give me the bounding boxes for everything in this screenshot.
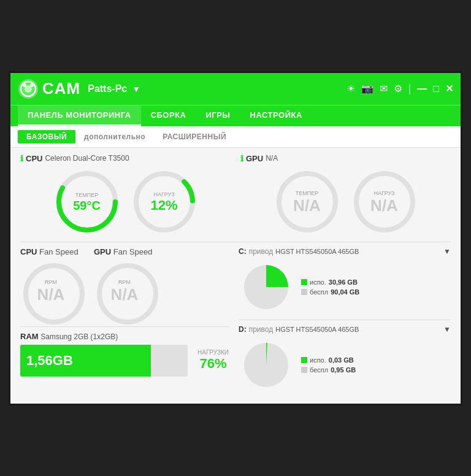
nav-monitoring[interactable]: ПАНЕЛЬ МОНИТОРИНГА	[18, 106, 141, 126]
ram-bar-container: 1,56GB НАГРУЗКИ 76%	[20, 345, 229, 377]
nav-assembly[interactable]: СБОРКА	[141, 106, 196, 126]
sub-nav-extended[interactable]: РАСШИРЕННЫЙ	[154, 130, 235, 144]
gpu-load-label: НАГРУЗ	[370, 190, 398, 196]
gpu-section: ℹ GPU N/A ТЕМПЕР N/A	[240, 154, 451, 236]
disk-d-header: D: привод HGST HTS545050A 465GB ▼	[239, 325, 451, 334]
nav-settings[interactable]: НАСТРОЙКА	[240, 106, 312, 126]
disk-c-used-dot	[301, 279, 307, 285]
gpu-temp-number: N/A	[293, 196, 321, 214]
cpu-fan-gauge: RPM N/A	[20, 260, 82, 321]
ram-load: НАГРУЗКИ 76%	[197, 349, 229, 372]
maximize-button[interactable]: □	[433, 83, 439, 94]
cpu-load-label: НАГРУЗ	[150, 191, 177, 197]
gpu-temp-value: ТЕМПЕР N/A	[293, 190, 321, 213]
cpu-temp-gauge: ТЕМПЕР 59°C	[53, 168, 121, 236]
disk-c-legend: испо. 30,96 GB беспл 90,04 GB	[301, 278, 359, 296]
cpu-label: CPU	[26, 154, 42, 163]
cpu-section: ℹ CPU Celeron Dual-Core T3500 ТЕ	[20, 154, 231, 236]
disk-d-chevron[interactable]: ▼	[443, 325, 451, 334]
fan-ram-section: CPU Fan Speed RPM N/A	[20, 247, 229, 397]
gpu-temp-wrapper: ТЕМПЕР N/A	[274, 168, 341, 236]
disk-d-content: испо. 0,03 GB беспл 0,95 GB	[239, 337, 451, 393]
gpu-load-value: НАГРУЗ N/A	[370, 190, 398, 213]
gpu-info-icon: ℹ	[240, 154, 243, 163]
nav-games[interactable]: ИГРЫ	[196, 106, 240, 126]
gpu-fan-value: RPM N/A	[111, 279, 139, 302]
svg-point-4	[30, 83, 34, 87]
svg-point-3	[23, 83, 26, 87]
ram-value: 1,56GB	[26, 353, 73, 369]
sub-nav: БАЗОВЫЙ дополнительно РАСШИРЕННЫЙ	[10, 126, 461, 148]
disk-c-used-val: 30,96 GB	[329, 278, 358, 286]
disk-c-model: HGST HTS545050A 465GB	[275, 248, 443, 255]
disk-d-letter: D:	[239, 325, 247, 334]
brightness-icon[interactable]: ☀	[347, 83, 355, 94]
gpu-gauges: ТЕМПЕР N/A НАГРУЗ	[240, 168, 451, 236]
fan-row: CPU Fan Speed RPM N/A	[20, 247, 229, 321]
cpu-fan-value: RPM N/A	[37, 279, 65, 302]
disk-c-free-val: 90,04 GB	[331, 288, 359, 296]
bottom-section: CPU Fan Speed RPM N/A	[20, 247, 451, 397]
ram-bar-fill: 1,56GB	[20, 345, 151, 377]
cpu-model: Celeron Dual-Core T3500	[45, 154, 129, 163]
disk-d-section: D: привод HGST HTS545050A 465GB ▼	[239, 325, 451, 393]
gpu-model: N/A	[266, 154, 278, 163]
cpu-info-icon: ℹ	[20, 154, 23, 163]
disk-c-type: привод	[249, 247, 274, 256]
ram-load-label: НАГРУЗКИ	[197, 349, 229, 356]
gpu-load-wrapper: НАГРУЗ N/A	[351, 168, 418, 236]
cpu-temp-label: ТЕМПЕР	[73, 192, 101, 198]
disk-d-free-val: 0,95 GB	[331, 366, 356, 374]
disk-c-chevron[interactable]: ▼	[443, 247, 451, 256]
disk-d-pie	[239, 337, 294, 393]
main-content: ℹ CPU Celeron Dual-Core T3500 ТЕ	[10, 148, 461, 404]
disk-d-free-item: беспл 0,95 GB	[301, 366, 356, 374]
disk-c-free-item: беспл 90,04 GB	[301, 288, 359, 296]
disk-d-used-label: испо.	[310, 356, 326, 364]
sub-nav-basic[interactable]: БАЗОВЫЙ	[18, 130, 75, 144]
divider1	[20, 242, 451, 242]
cpu-title: ℹ CPU Celeron Dual-Core T3500	[20, 154, 231, 163]
gpu-fan-label: GPU Fan Speed	[94, 247, 152, 256]
gpu-fan-gauge: RPM N/A	[94, 260, 155, 321]
disk-d-used-dot	[301, 357, 307, 363]
camera-icon[interactable]: 📷	[361, 83, 373, 94]
gpu-fan-item: GPU Fan Speed RPM N/A	[94, 247, 155, 321]
cpu-temp-wrapper: ТЕМПЕР 59°C	[53, 168, 121, 236]
disk-d-legend: испо. 0,03 GB беспл 0,95 GB	[301, 356, 356, 374]
cpu-gpu-row: ℹ CPU Celeron Dual-Core T3500 ТЕ	[20, 154, 451, 236]
gpu-temp-label: ТЕМПЕР	[293, 190, 321, 196]
minimize-button[interactable]: —	[417, 83, 427, 94]
app-window: CAM Patts-Pc ▼ ☀ 📷 ✉ ⚙ | — □ ✕ ПАНЕЛЬ МО…	[9, 71, 462, 405]
ram-bar-outer: 1,56GB	[20, 345, 188, 377]
logo-icon	[18, 79, 39, 99]
disk-c-letter: C:	[239, 247, 247, 256]
disk-c-header: C: привод HGST HTS545050A 465GB ▼	[239, 247, 451, 256]
disk-section-container: C: привод HGST HTS545050A 465GB ▼	[239, 247, 451, 397]
ram-header: RAM Samsung 2GB (1x2GB)	[20, 332, 229, 341]
cpu-load-number: 12%	[150, 197, 177, 212]
cpu-load-wrapper: НАГРУЗ 12%	[131, 168, 198, 236]
disk-d-free-dot	[301, 367, 307, 373]
dropdown-icon[interactable]: ▼	[132, 84, 140, 94]
title-bar: CAM Patts-Pc ▼ ☀ 📷 ✉ ⚙ | — □ ✕	[10, 73, 461, 105]
title-logo: CAM	[18, 79, 80, 99]
disk-d-type: привод	[249, 325, 274, 334]
disk-c-section: C: привод HGST HTS545050A 465GB ▼	[239, 247, 451, 315]
gpu-load-number: N/A	[370, 196, 398, 214]
sub-nav-additional[interactable]: дополнительно	[75, 130, 154, 144]
title-actions: ☀ 📷 ✉ ⚙ | — □ ✕	[347, 82, 453, 95]
disk-d-used-val: 0,03 GB	[329, 356, 354, 364]
mail-icon[interactable]: ✉	[380, 83, 388, 94]
disk-c-used-label: испо.	[310, 278, 326, 286]
cpu-temp-number: 59°C	[73, 198, 101, 212]
disk-d-model: HGST HTS545050A 465GB	[275, 326, 443, 333]
gpu-title: ℹ GPU N/A	[240, 154, 451, 163]
disk-c-free-label: беспл	[310, 288, 328, 296]
cpu-load-gauge: НАГРУЗ 12%	[131, 168, 198, 236]
disk-d-free-label: беспл	[310, 366, 328, 374]
settings-icon[interactable]: ⚙	[394, 83, 402, 94]
close-button[interactable]: ✕	[445, 83, 453, 94]
disk-d-used-item: испо. 0,03 GB	[301, 356, 356, 364]
ram-section: RAM Samsung 2GB (1x2GB) 1,56GB НАГРУЗКИ …	[20, 332, 229, 377]
